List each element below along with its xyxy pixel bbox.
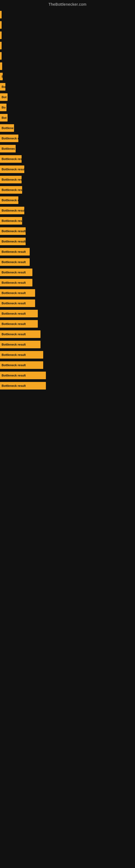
bar-row: Bottleneck result	[0, 268, 135, 277]
bar: Bottleneck result	[0, 310, 38, 317]
bar-label: Bottleneck result	[2, 343, 26, 346]
bar-label: Bottleneck res	[2, 178, 21, 181]
bar-row: Bottleneck result	[0, 381, 135, 390]
bar-label: Bottleneck result	[2, 209, 24, 212]
bar-row: Bottleneck result	[0, 237, 135, 246]
bar-row: Bottleneck result	[0, 165, 135, 174]
bar-row: Bottleneck result	[0, 319, 135, 328]
bar-row: Bottleneck res	[0, 175, 135, 184]
bar-row: Bottleneck result	[0, 289, 135, 297]
bar-label: Bot	[2, 95, 6, 99]
bar-label: Bottleneck result	[2, 229, 26, 233]
bar: Bottleneck res	[0, 176, 21, 183]
bar-label: Bottleneck result	[2, 364, 26, 367]
bar-row: Bot	[0, 93, 135, 101]
bar: Bottlenec	[0, 145, 16, 152]
bar-row: Bottleneck result	[0, 258, 135, 267]
bar-row: Bottleneck result	[0, 340, 135, 349]
site-title: TheBottlenecker.com	[0, 0, 135, 8]
bar-label: Bo	[2, 106, 6, 109]
bar: B	[0, 73, 3, 80]
bar: Bot	[0, 114, 8, 122]
bar-label: Bottleneck result	[2, 281, 26, 284]
bar-label: Bottleneck result	[2, 271, 26, 274]
bar-row: Bottleneck result	[0, 309, 135, 318]
bar-label: Bottleneck resu	[2, 219, 22, 222]
bar-row: Bottlenec	[0, 144, 135, 153]
bar-row: Bottleneck re	[0, 134, 135, 143]
bar-row: B	[0, 72, 135, 81]
bar: Bottleneck result	[0, 289, 35, 297]
bar: Bottleneck result	[0, 341, 41, 348]
bar-row: Bottleneck result	[0, 206, 135, 215]
bar-row: Bottleneck result	[0, 299, 135, 308]
bar-row: Bottleneck r	[0, 196, 135, 205]
bar-label: Bottleneck result	[2, 312, 26, 315]
bar: Bottleneck result	[0, 279, 32, 286]
bar-label: Bottleneck result	[2, 302, 26, 305]
bar: Bottleneck result	[0, 361, 43, 369]
bar: Bottleneck result	[0, 330, 41, 338]
bar: Bottleneck result	[0, 248, 30, 255]
bar: Bo	[0, 104, 6, 111]
bar: Bottleneck result	[0, 227, 26, 235]
bar: Bottleneck result	[0, 372, 46, 379]
bar-label: Bo	[2, 85, 5, 88]
bar-row: Bottleneck resu	[0, 216, 135, 225]
bar: Bottleneck result	[0, 382, 46, 390]
bar: Bottleneck r	[0, 196, 18, 204]
bar-row	[0, 31, 135, 40]
bar: Bottleneck result	[0, 351, 43, 359]
bar	[0, 31, 2, 39]
bar-row: Bottlene	[0, 124, 135, 132]
bar-row: Bottleneck res	[0, 155, 135, 163]
bar: Bottleneck re	[0, 134, 18, 142]
bar-label: Bottleneck result	[2, 384, 26, 388]
bar-row: Bo	[0, 83, 135, 91]
bar: Bottleneck resu	[0, 217, 22, 225]
bar-row	[0, 62, 135, 70]
bar-label: Bottlene	[2, 126, 13, 130]
bar: Bottleneck res	[0, 155, 21, 163]
bar	[0, 62, 2, 70]
bars-container: BBoBotBoBotBottleneBottleneck reBottlene…	[0, 8, 135, 392]
bar-label: Bottleneck result	[2, 353, 26, 356]
bar-label: Bottleneck resul	[2, 188, 22, 191]
bar-row	[0, 10, 135, 19]
bar-row: Bo	[0, 103, 135, 112]
bar	[0, 42, 2, 50]
bar-label: Bottleneck result	[2, 374, 26, 377]
bar-label: Bot	[2, 116, 6, 119]
bar-row: Bottleneck result	[0, 350, 135, 359]
bar: Bottleneck result	[0, 207, 24, 214]
bar-row: Bottleneck result	[0, 330, 135, 339]
bar: Bottleneck result	[0, 238, 26, 245]
bar-row	[0, 41, 135, 50]
bar-row: Bottleneck result	[0, 278, 135, 287]
bar	[0, 52, 2, 60]
bar: Bottleneck result	[0, 165, 24, 173]
bar-label: Bottleneck result	[2, 291, 26, 294]
bar-row	[0, 21, 135, 29]
bar-label: Bottleneck result	[2, 333, 26, 336]
bar	[0, 21, 2, 29]
bar: Bottleneck resul	[0, 186, 22, 194]
bar: Bottleneck result	[0, 269, 32, 276]
bar: Bottlene	[0, 124, 14, 132]
bar-label: Bottleneck res	[2, 157, 21, 161]
bar: Bottleneck result	[0, 258, 30, 266]
bar-label: Bottleneck re	[2, 137, 18, 140]
bar-label: Bottleneck result	[2, 240, 26, 243]
bar-row: Bottleneck resul	[0, 186, 135, 194]
bar-label: B	[2, 75, 3, 78]
bar-label: Bottleneck result	[2, 322, 26, 326]
bar-label: Bottleneck result	[2, 167, 24, 171]
bar-row: Bottleneck result	[0, 371, 135, 380]
bar-row: Bottleneck result	[0, 247, 135, 256]
bar-row: Bottleneck result	[0, 227, 135, 236]
bar-row: Bottleneck result	[0, 361, 135, 369]
bar-label: Bottleneck result	[2, 260, 26, 264]
bar: Bo	[0, 83, 5, 91]
bar-label: Bottleneck r	[2, 198, 18, 202]
bar: Bottleneck result	[0, 320, 38, 328]
